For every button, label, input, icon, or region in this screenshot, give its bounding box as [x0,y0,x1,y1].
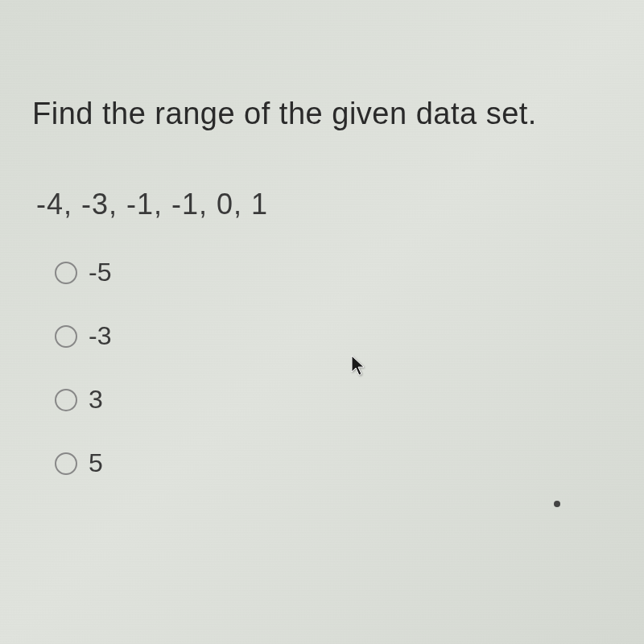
option-label: -3 [89,321,111,351]
radio-icon [55,325,77,348]
option-c[interactable]: 3 [55,385,612,415]
answer-options: -5 -3 3 5 [55,258,612,478]
radio-icon [55,262,77,284]
dot-mark [554,501,560,507]
option-a[interactable]: -5 [55,258,612,287]
option-label: 3 [89,385,103,415]
question-prompt: Find the range of the given data set. [32,97,612,131]
option-label: 5 [89,448,103,478]
radio-icon [55,452,77,475]
option-b[interactable]: -3 [55,321,612,351]
option-label: -5 [89,258,111,287]
option-d[interactable]: 5 [55,448,612,478]
data-set-values: -4, -3, -1, -1, 0, 1 [36,188,612,221]
radio-icon [55,389,77,411]
